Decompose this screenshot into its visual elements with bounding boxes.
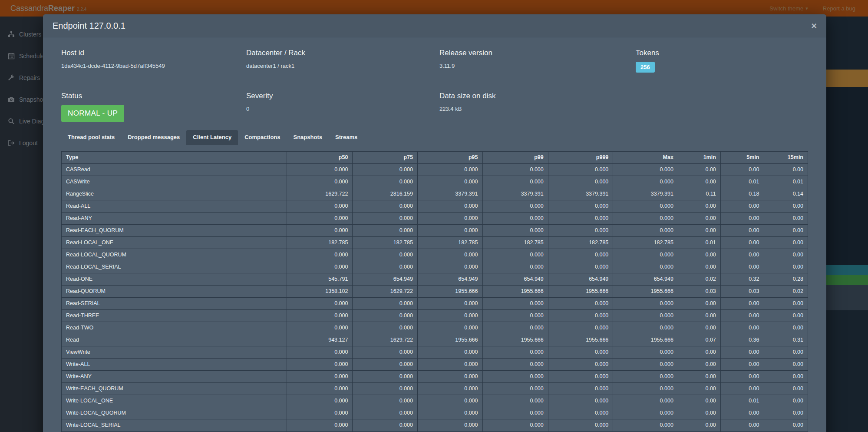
metric-value-cell: 0.000: [548, 371, 613, 383]
tab[interactable]: Client Latency: [186, 130, 238, 145]
metric-value-cell: 0.000: [613, 176, 678, 188]
metric-value-cell: 0.000: [613, 419, 678, 432]
metric-value-cell: 0.000: [548, 200, 613, 213]
metric-value-cell: 0.000: [353, 322, 418, 334]
metric-value-cell: 1955.666: [482, 286, 548, 298]
metric-value-cell: 0.000: [417, 213, 482, 225]
metric-value-cell: 0.00: [764, 298, 808, 310]
metric-value-cell: 0.000: [417, 164, 482, 176]
metric-value-cell: 0.000: [482, 419, 548, 432]
metric-value-cell: 0.000: [482, 298, 548, 310]
metric-value-cell: 0.02: [764, 286, 808, 298]
metric-value-cell: 0.000: [417, 249, 482, 261]
metric-value-cell: 0.00: [764, 395, 808, 407]
metric-value-cell: 0.000: [482, 225, 548, 237]
metric-value-cell: 0.000: [287, 164, 353, 176]
metric-value-cell: 1955.666: [482, 334, 548, 346]
metric-value-cell: 0.000: [548, 298, 613, 310]
metric-value-cell: 1955.666: [548, 286, 613, 298]
metric-type-cell: Write-LOCAL_SERIAL: [62, 419, 287, 432]
metric-value-cell: 0.000: [482, 249, 548, 261]
endpoint-info-row-2: Status NORMAL - UP Severity 0 Data size …: [61, 92, 808, 122]
metric-value-cell: 654.949: [417, 273, 482, 286]
metric-value-cell: 0.000: [548, 225, 613, 237]
metric-value-cell: 182.785: [353, 237, 418, 249]
metric-type-cell: Read-EACH_QUORUM: [62, 225, 287, 237]
table-row: RangeSlice 1629.7222816.1593379.3913379.…: [62, 188, 808, 200]
metric-value-cell: 0.32: [720, 273, 764, 286]
metric-value-cell: 0.00: [764, 249, 808, 261]
table-row: Read-LOCAL_ONE 182.785182.785182.785182.…: [62, 237, 808, 249]
tab[interactable]: Compactions: [238, 130, 287, 145]
metric-value-cell: 0.00: [678, 164, 720, 176]
metric-value-cell: 943.127: [287, 334, 353, 346]
tab[interactable]: Streams: [329, 130, 364, 145]
metric-value-cell: 0.000: [482, 213, 548, 225]
metric-value-cell: 0.000: [417, 395, 482, 407]
endpoint-field: Host id 1da434c1-dcde-4112-9bad-5d7aff34…: [61, 49, 246, 73]
metric-type-cell: Write-LOCAL_ONE: [62, 395, 287, 407]
metric-value-cell: 1955.666: [613, 286, 678, 298]
metric-value-cell: 3379.391: [417, 188, 482, 200]
metric-value-cell: 0.00: [764, 213, 808, 225]
metric-value-cell: 182.785: [548, 237, 613, 249]
metric-value-cell: 0.00: [720, 225, 764, 237]
metric-value-cell: 0.000: [353, 164, 418, 176]
metric-value-cell: 0.00: [720, 249, 764, 261]
metric-value-cell: 0.000: [287, 249, 353, 261]
metric-value-cell: 0.00: [764, 164, 808, 176]
metric-value-cell: 0.000: [548, 249, 613, 261]
tab[interactable]: Snapshots: [287, 130, 329, 145]
metric-type-cell: Write-ANY: [62, 371, 287, 383]
metric-value-cell: 0.000: [548, 310, 613, 322]
metric-value-cell: 0.000: [482, 346, 548, 359]
metric-value-cell: 0.00: [678, 298, 720, 310]
metric-value-cell: 0.00: [720, 383, 764, 395]
metric-value-cell: 1629.722: [353, 334, 418, 346]
metric-value-cell: 0.36: [720, 334, 764, 346]
metric-type-cell: CASWrite: [62, 176, 287, 188]
endpoint-info-row-1: Host id 1da434c1-dcde-4112-9bad-5d7aff34…: [61, 49, 808, 73]
metric-value-cell: 0.00: [720, 213, 764, 225]
column-header: p75: [353, 152, 418, 164]
metric-value-cell: 0.00: [764, 225, 808, 237]
metric-value-cell: 0.000: [417, 261, 482, 273]
metric-value-cell: 0.000: [287, 298, 353, 310]
metrics-tabs: Thread pool stats Dropped messages Clien…: [61, 130, 808, 145]
metric-value-cell: 0.000: [482, 310, 548, 322]
metric-value-cell: 0.000: [482, 322, 548, 334]
metric-type-cell: Read-ALL: [62, 200, 287, 213]
column-header: p95: [417, 152, 482, 164]
metric-value-cell: 545.791: [287, 273, 353, 286]
metric-value-cell: 0.00: [678, 371, 720, 383]
metric-value-cell: 0.000: [353, 395, 418, 407]
metric-value-cell: 0.00: [720, 359, 764, 371]
metric-value-cell: 0.11: [678, 188, 720, 200]
close-icon[interactable]: ×: [811, 21, 817, 31]
metric-value-cell: 1955.666: [548, 334, 613, 346]
metric-value-cell: 0.000: [417, 383, 482, 395]
column-header: p50: [287, 152, 353, 164]
metric-value-cell: 0.00: [678, 346, 720, 359]
endpoint-field: Datacenter / Rack datacenter1 / rack1: [246, 49, 439, 73]
tab[interactable]: Dropped messages: [121, 130, 186, 145]
metric-type-cell: Read-LOCAL_ONE: [62, 237, 287, 249]
metric-type-cell: Read-ANY: [62, 213, 287, 225]
metric-value-cell: 0.000: [548, 383, 613, 395]
metric-value-cell: 0.000: [613, 346, 678, 359]
metric-value-cell: 0.000: [613, 200, 678, 213]
field-value: NORMAL - UP: [61, 105, 124, 122]
metric-type-cell: Read-ONE: [62, 273, 287, 286]
metric-type-cell: Read-LOCAL_QUORUM: [62, 249, 287, 261]
field-label: Data size on disk: [439, 92, 636, 100]
column-header: 1min: [678, 152, 720, 164]
field-label: Tokens: [636, 49, 808, 57]
metric-value-cell: 0.000: [353, 261, 418, 273]
endpoint-field: Data size on disk 223.4 kB: [439, 92, 636, 122]
endpoint-field: Status NORMAL - UP: [61, 92, 246, 122]
metric-value-cell: 0.02: [678, 273, 720, 286]
screen: CassandraReaper 2.2.4 Switch theme▾ Repo…: [0, 0, 868, 432]
table-row: Write-LOCAL_SERIAL 0.0000.0000.0000.0000…: [62, 419, 808, 432]
tab[interactable]: Thread pool stats: [61, 130, 121, 145]
metric-value-cell: 0.00: [764, 407, 808, 419]
